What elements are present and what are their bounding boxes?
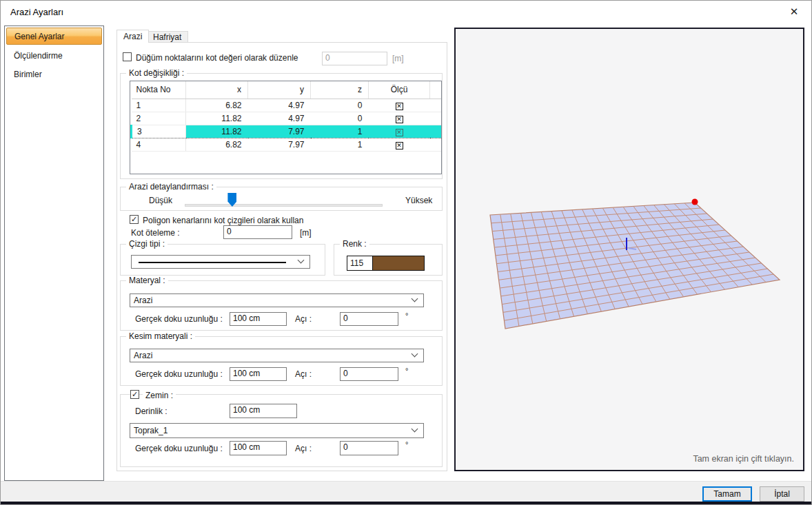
sidebar-item-label: Birimler: [14, 70, 42, 79]
node-edit-value-input: 0: [322, 52, 387, 65]
chevron-down-icon: [412, 426, 418, 433]
cell-z[interactable]: 0: [311, 99, 369, 112]
button-bar: Tamam İptal: [1, 481, 811, 502]
detail-group: Arazi detaylandırması : Düşük Yüksek: [120, 187, 443, 211]
col-header-nokta-no[interactable]: Nokta No: [132, 81, 186, 99]
group-label: Materyal :: [126, 276, 168, 285]
line-type-group: Çizgi tipi :: [120, 244, 325, 276]
color-picker[interactable]: 115: [347, 256, 425, 271]
cell-z[interactable]: 0: [311, 112, 369, 125]
ground-checkbox[interactable]: ✓: [130, 390, 139, 399]
corner-point-marker: [692, 199, 698, 205]
cell-z[interactable]: 1: [311, 138, 369, 151]
kot-table: Nokta No x y z Ölçü 1 6.82 4.97 0 2: [130, 81, 442, 174]
sidebar-item-label: Genel Ayarlar: [14, 32, 65, 41]
sidebar-item-label: Ölçülendirme: [14, 51, 63, 61]
tab-page-arazi: Düğüm noktalarını kot değeri olarak düze…: [116, 42, 447, 471]
tab-label: Hafriyat: [153, 32, 181, 42]
node-edit-unit-label: [m]: [392, 54, 404, 63]
cell-no[interactable]: 1: [132, 99, 186, 112]
kot-offset-label: Kot öteleme :: [131, 228, 180, 238]
texture-length-label: Gerçek doku uzunluğu :: [135, 369, 223, 379]
cell-no[interactable]: 2: [132, 112, 186, 125]
kot-offset-unit-label: [m]: [300, 228, 312, 238]
cell-x[interactable]: 11.82: [186, 125, 248, 138]
cell-y[interactable]: 7.97: [248, 138, 311, 151]
sidebar-item-birimler[interactable]: Birimler: [5, 65, 103, 83]
table-row[interactable]: 2 11.82 4.97 0: [132, 112, 443, 125]
texture-length-label: Gerçek doku uzunluğu :: [135, 314, 223, 324]
col-header-z[interactable]: z: [311, 81, 369, 99]
detail-slider-track[interactable]: [185, 204, 383, 207]
color-index: 115: [347, 256, 373, 270]
table-row-selected[interactable]: 3 11.82 7.97 1: [132, 125, 443, 138]
material-combo[interactable]: Arazi: [130, 293, 424, 307]
ok-button[interactable]: Tamam: [702, 486, 752, 502]
window-bottom-edge: [1, 502, 811, 505]
texture-length-input[interactable]: 100 cm: [230, 441, 287, 455]
angle-label: Açı :: [295, 444, 312, 453]
polygon-label: Poligon kenarlarını kot çizgileri olarak…: [143, 216, 303, 225]
line-type-combo[interactable]: [131, 255, 310, 269]
cell-olcu[interactable]: [369, 125, 430, 138]
cancel-button[interactable]: İptal: [760, 486, 804, 502]
cell-x[interactable]: 6.82: [186, 99, 248, 112]
cell-olcu[interactable]: [369, 99, 430, 112]
kot-offset-input[interactable]: 0: [223, 225, 292, 239]
depth-label: Derinlik :: [135, 406, 168, 416]
material-group: Materyal : Arazi Gerçek doku uzunluğu : …: [120, 280, 443, 331]
cell-y[interactable]: 4.97: [248, 112, 311, 125]
measure-checkbox-icon[interactable]: [396, 129, 403, 136]
combo-value: Arazi: [134, 351, 152, 360]
cell-no[interactable]: 4: [132, 138, 186, 151]
measure-checkbox-icon[interactable]: [396, 103, 403, 110]
col-header-x[interactable]: x: [186, 81, 248, 99]
terrain-3d-preview[interactable]: Tam ekran için çift tıklayın.: [454, 28, 804, 471]
tab-label: Arazi: [123, 32, 142, 41]
table-row[interactable]: 1 6.82 4.97 0: [132, 99, 443, 112]
depth-input[interactable]: 100 cm: [230, 404, 297, 418]
angle-label: Açı :: [295, 314, 312, 324]
degree-symbol: °: [405, 311, 408, 320]
col-header-y[interactable]: y: [248, 81, 311, 99]
angle-input[interactable]: 0: [340, 441, 398, 455]
cell-x[interactable]: 11.82: [186, 112, 248, 125]
color-swatch[interactable]: [373, 256, 424, 270]
cell-y[interactable]: 4.97: [248, 99, 311, 112]
tab-arazi[interactable]: Arazi: [116, 30, 149, 43]
texture-length-label: Gerçek doku uzunluğu :: [135, 444, 223, 453]
group-label: Arazi detaylandırması :: [126, 182, 216, 192]
sidebar-item-olculendirme[interactable]: Ölçülendirme: [5, 46, 103, 65]
chevron-down-icon: [412, 351, 418, 358]
fullscreen-hint: Tam ekran için çift tıklayın.: [693, 454, 794, 464]
cut-material-group: Kesim materyali : Arazi Gerçek doku uzun…: [120, 336, 443, 386]
table-row[interactable]: 4 6.82 7.97 1: [132, 138, 443, 151]
cell-z[interactable]: 1: [311, 125, 369, 138]
dialog-title: Arazi Ayarları: [10, 7, 63, 17]
cut-material-combo[interactable]: Arazi: [130, 349, 424, 362]
cell-no[interactable]: 3: [132, 125, 186, 138]
slider-high-label: Yüksek: [405, 196, 432, 205]
texture-length-input[interactable]: 100 cm: [230, 312, 287, 326]
angle-input[interactable]: 0: [340, 312, 398, 326]
sidebar-item-genel-ayarlar[interactable]: Genel Ayarlar: [6, 28, 102, 45]
cell-y[interactable]: 7.97: [248, 125, 311, 138]
texture-length-input[interactable]: 100 cm: [230, 367, 287, 381]
cell-x[interactable]: 6.82: [186, 138, 248, 151]
tab-hafriyat[interactable]: Hafriyat: [146, 31, 188, 43]
measure-checkbox-icon[interactable]: [396, 142, 403, 150]
cell-olcu[interactable]: [369, 112, 430, 125]
node-edit-checkbox[interactable]: [123, 52, 132, 61]
degree-symbol: °: [405, 367, 408, 375]
close-icon[interactable]: ✕: [784, 3, 804, 20]
combo-value: Toprak_1: [134, 426, 168, 435]
combo-value: Arazi: [134, 296, 152, 305]
ground-material-combo[interactable]: Toprak_1: [130, 423, 424, 438]
angle-label: Açı :: [295, 369, 312, 379]
dialog-arazi-ayarlari: Arazi Ayarları ✕ Genel Ayarlar Ölçülendi…: [0, 0, 812, 505]
col-header-olcu[interactable]: Ölçü: [369, 81, 430, 99]
cell-olcu[interactable]: [369, 138, 430, 151]
polygon-checkbox[interactable]: ✓: [130, 215, 139, 224]
measure-checkbox-icon[interactable]: [396, 116, 403, 123]
angle-input[interactable]: 0: [340, 367, 398, 381]
